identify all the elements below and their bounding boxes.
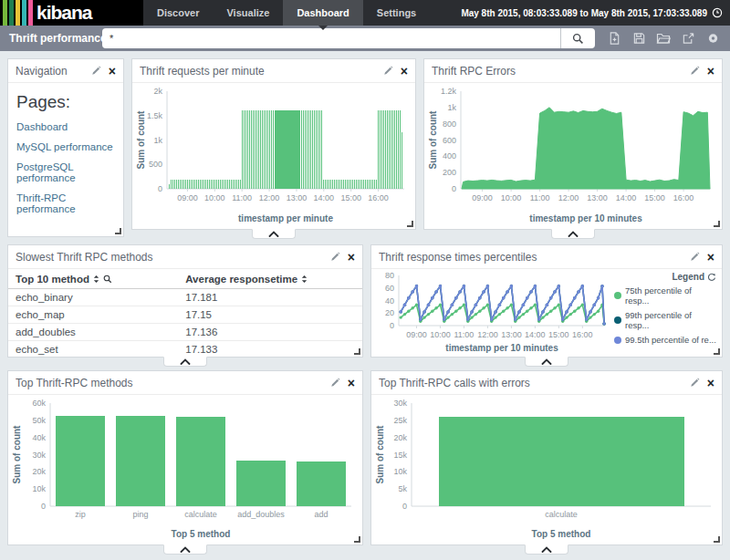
resize-handle[interactable] [714,536,720,543]
collapse-panel-toggle[interactable] [252,229,296,239]
close-panel-button[interactable]: × [707,252,714,263]
legend-label: 99.5th percentile of re... [625,335,716,345]
requests-bar-chart[interactable]: 05001k1.5k2k09:0010:0011:0012:0013:0014:… [136,84,412,225]
svg-text:ping: ping [132,510,148,519]
collapse-panel-toggle[interactable] [525,357,568,367]
percentiles-line-chart[interactable]: 02040608009:0010:0011:0012:0013:0014:001… [375,270,610,355]
close-panel-button[interactable]: × [707,378,714,389]
collapse-panel-toggle[interactable] [163,357,207,367]
svg-text:5k: 5k [398,484,407,493]
nav-tab-visualize[interactable]: Visualize [213,0,283,26]
legend-item[interactable]: 99.5th percentile of re... [614,335,716,345]
close-panel-button[interactable]: × [348,252,355,263]
pencil-icon [91,66,101,76]
svg-text:zip: zip [75,510,86,519]
edit-panel-button[interactable] [690,252,700,262]
legend-item[interactable]: 99th percentile of resp... [614,310,716,330]
column-header-responsetime[interactable]: Average responsetime [178,269,362,289]
edit-panel-button[interactable] [330,378,340,388]
collapse-panel-toggle[interactable] [551,229,595,239]
filter-options-button[interactable] [704,29,721,47]
close-icon: × [707,378,714,389]
load-dashboard-button[interactable] [655,29,672,47]
chevron-up-icon [568,231,579,237]
legend-item[interactable]: 75th percentile of resp... [614,285,716,306]
pencil-icon [690,66,700,76]
svg-text:1.2k: 1.2k [441,87,457,96]
dashboard-title: Thrift performance [9,26,107,51]
svg-text:timestamp per minute: timestamp per minute [238,213,333,223]
resize-handle[interactable] [714,221,720,227]
time-range-picker[interactable]: May 8th 2015, 08:03:33.089 to May 8th 20… [461,0,723,26]
nav-tab-dashboard[interactable]: Dashboard [283,0,362,26]
panel-title: Slowest Thrift RPC methods [16,251,330,264]
sort-icon[interactable] [93,275,99,284]
panel-header: Navigation × [8,59,123,83]
legend-dot [614,292,621,299]
edit-panel-button[interactable] [91,66,101,76]
panel-title: Thrift response times percentiles [379,251,690,264]
edit-panel-button[interactable] [383,66,393,76]
chevron-up-icon [541,546,552,553]
close-panel-button[interactable]: × [109,66,116,77]
search-icon[interactable] [103,275,112,284]
edit-panel-button[interactable] [690,378,700,388]
nav-link-mysql-performance[interactable]: MySQL performance [16,141,115,152]
panel-top-methods: Top Thrift-RPC methods × 010k20k30k40k50… [7,370,363,545]
share-dashboard-button[interactable] [680,29,696,47]
close-panel-button[interactable]: × [348,378,355,389]
legend-header[interactable]: Legend [614,272,716,282]
navigation-content: Pages: DashboardMySQL performancePostgre… [8,83,123,233]
svg-text:0: 0 [41,502,46,511]
close-panel-button[interactable]: × [707,66,714,77]
table-row: echo_binary17.181 [8,289,362,306]
resize-handle[interactable] [354,536,360,543]
resize-handle[interactable] [354,348,360,355]
share-external-icon [682,31,695,46]
table-row: echo_set17.133 [8,341,362,358]
nav-tab-discover[interactable]: Discover [143,0,213,26]
svg-text:Sum of count: Sum of count [12,425,22,484]
svg-text:20: 20 [385,308,394,317]
nav-link-dashboard[interactable]: Dashboard [16,121,115,132]
svg-text:2k: 2k [153,87,162,96]
errors-area-chart[interactable]: 02004006008001k1.2k09:0010:0011:0012:001… [428,84,718,225]
nav-link-postgresql-performance[interactable]: PostgreSQL performance [16,161,115,183]
collapse-panel-toggle[interactable] [163,544,207,555]
kibana-logo[interactable]: kibana [0,0,143,26]
legend-label: 75th percentile of resp... [625,285,716,306]
svg-text:14:00: 14:00 [616,193,637,202]
collapse-panel-toggle[interactable] [525,544,568,555]
resize-handle[interactable] [115,228,121,234]
edit-panel-button[interactable] [330,252,340,262]
close-icon: × [707,252,714,263]
table-cell: add_doubles [8,324,178,341]
nav-tab-settings[interactable]: Settings [363,0,430,26]
table-cell: echo_map [8,306,178,324]
svg-text:add: add [314,510,328,519]
svg-text:60k: 60k [32,399,46,408]
svg-text:600: 600 [443,136,456,145]
search-button[interactable] [560,28,595,48]
resize-handle[interactable] [407,221,413,227]
close-icon: × [109,66,116,77]
save-dashboard-button[interactable] [631,29,647,47]
panel-title: Top Thrift-RPC methods [16,377,330,389]
svg-text:0: 0 [158,184,162,193]
column-label: Top 10 method [16,274,89,285]
close-panel-button[interactable]: × [401,66,408,77]
svg-text:timestamp per 10 minutes: timestamp per 10 minutes [529,213,642,223]
calls-with-errors-bar-chart[interactable]: 05k10k15k20k25k30kcalculateTop 5 methodS… [375,396,718,541]
column-header-method[interactable]: Top 10 method [8,269,178,289]
top-methods-bar-chart[interactable]: 010k20k30k40k50k60kzippingcalculateadd_d… [12,396,359,541]
sort-icon[interactable] [301,275,308,284]
save-floppy-icon [632,31,646,46]
nav-link-thrift-rpc-performance[interactable]: Thrift-RPC performance [16,192,115,214]
legend-title: Legend [672,272,704,282]
top-navbar: kibana DiscoverVisualizeDashboardSetting… [0,0,730,26]
query-input[interactable] [102,28,560,48]
new-dashboard-button[interactable] [606,29,622,47]
edit-panel-button[interactable] [690,66,700,76]
resize-handle[interactable] [714,348,720,355]
svg-text:40: 40 [385,296,394,306]
